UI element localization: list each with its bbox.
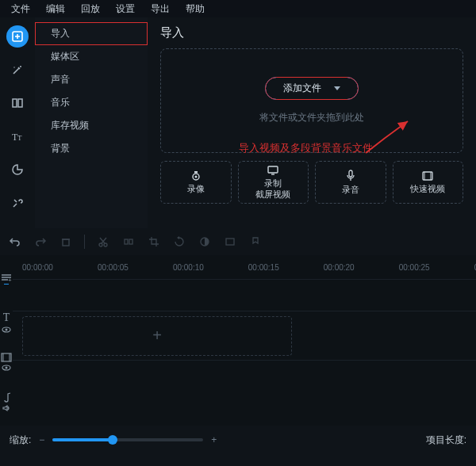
record-audio-label: 录音 [342,185,359,195]
camera-icon [190,170,202,181]
add-track-button[interactable]: + [0,255,13,303]
record-screen-card[interactable]: 录制截屏视频 [238,161,309,204]
svg-point-10 [194,175,197,178]
svg-rect-18 [63,239,69,246]
redo-icon[interactable] [33,235,48,249]
ruler-mark: 00:00:25 [399,263,430,272]
timeline-ruler[interactable]: 00:00:00 00:00:05 00:00:10 00:00:15 00:0… [13,255,476,279]
speaker-icon[interactable] [2,404,11,412]
svg-rect-11 [194,171,198,173]
separator [84,235,85,249]
add-files-button[interactable]: 添加文件 [265,77,359,100]
audio-track-row[interactable] [13,360,476,392]
film-icon [421,170,434,181]
content-title: 导入 [160,25,463,40]
main-area: TT 导入 媒体区 声音 音乐 库存视频 背景 导入 添加文件 将文件或文件夹拖… [0,17,476,228]
svg-point-4 [13,67,14,67]
text-tool-icon[interactable]: TT [6,125,29,147]
menu-help[interactable]: 帮助 [178,1,213,17]
timeline-tracks[interactable]: 00:00:00 00:00:05 00:00:10 00:00:15 00:0… [13,255,476,426]
sidebar-item-background[interactable]: 背景 [35,137,148,160]
video-track-head[interactable] [0,342,13,382]
eye-icon[interactable] [2,326,11,334]
delete-icon[interactable] [59,235,73,249]
action-bar: 录像 录制截屏视频 录音 快速视频 [160,161,463,204]
quick-video-label: 快速视频 [410,184,445,194]
svg-point-20 [99,243,102,246]
crop-icon[interactable] [147,235,161,249]
clip-props-icon[interactable] [223,235,237,249]
content-panel: 导入 添加文件 将文件或文件夹拖到此处 导入视频及多段背景音乐文件 录像 录制截… [148,17,476,228]
sidebar-item-music[interactable]: 音乐 [35,91,148,114]
zoom-out-button[interactable]: − [39,434,44,445]
music-note-icon [2,392,11,403]
drop-hint: 将文件或文件夹拖到此处 [259,111,364,124]
transitions-icon[interactable] [6,92,29,114]
sidebar-item-import[interactable]: 导入 [35,22,148,45]
chevron-down-icon [334,86,340,90]
marker-icon[interactable] [248,235,263,249]
undo-icon[interactable] [8,235,22,249]
media-drop-placeholder[interactable]: + [22,316,292,356]
svg-point-21 [104,243,107,246]
more-tools-icon[interactable] [6,192,29,214]
timeline-area: + T 00:00:00 00:00:05 00:00:10 00:00:15 … [0,255,476,426]
footer: 缩放: − + 项目长度: [0,426,476,454]
quick-video-card[interactable]: 快速视频 [393,161,464,204]
menu-settings[interactable]: 设置 [108,1,143,17]
drop-zone[interactable]: 添加文件 将文件或文件夹拖到此处 [160,48,463,153]
record-screen-label: 录制截屏视频 [255,178,290,199]
record-video-card[interactable]: 录像 [160,161,232,204]
menu-export[interactable]: 导出 [143,1,178,17]
svg-rect-23 [129,239,132,244]
text-track-row[interactable] [13,279,476,311]
menu-playback[interactable]: 回放 [73,1,108,17]
svg-rect-6 [18,99,22,107]
split-icon[interactable] [121,235,136,249]
svg-rect-25 [226,239,234,245]
duration-label: 项目长度: [426,434,466,447]
menu-edit[interactable]: 编辑 [38,1,73,17]
audio-track-head[interactable] [0,382,13,422]
svg-rect-5 [13,99,17,107]
left-rail: TT [0,17,35,228]
sidebar: 导入 媒体区 声音 音乐 库存视频 背景 [35,17,148,228]
sidebar-item-sound[interactable]: 声音 [35,68,148,91]
record-audio-card[interactable]: 录音 [315,161,386,204]
sidebar-item-stock[interactable]: 库存视频 [35,114,148,137]
zoom-slider[interactable] [52,438,203,441]
timeline-toolbar [0,228,476,255]
zoom-thumb[interactable] [108,435,117,445]
text-track-head[interactable]: T [0,303,13,342]
color-adjust-icon[interactable] [198,235,212,249]
cut-icon[interactable] [96,235,110,249]
ruler-mark: 00:00:05 [98,263,129,272]
ruler-mark: 00:00:00 [22,263,53,272]
monitor-icon [267,165,279,176]
rotate-icon[interactable] [172,235,186,249]
svg-point-3 [20,66,21,67]
microphone-icon [345,170,356,182]
zoom-label: 缩放: [10,434,31,447]
menubar: 文件 编辑 回放 设置 导出 帮助 [0,0,476,17]
track-headers: + T [0,255,13,426]
svg-rect-22 [125,239,128,244]
svg-point-36 [6,367,8,369]
sidebar-item-media[interactable]: 媒体区 [35,45,148,68]
stickers-icon[interactable] [6,159,29,181]
ruler-mark: 00:00:20 [324,263,355,272]
svg-rect-12 [268,166,278,173]
svg-text:T: T [17,134,22,142]
eye-icon[interactable] [2,364,11,372]
ruler-mark: 00:00:15 [248,263,279,272]
svg-rect-14 [349,170,352,177]
film-strip-icon [1,353,12,362]
video-track-row[interactable]: + [13,311,476,360]
ruler-mark: 00:00:10 [173,263,204,272]
import-tool-icon[interactable] [6,25,29,48]
zoom-in-button[interactable]: + [211,434,217,445]
svg-text:+: + [8,277,12,281]
menu-file[interactable]: 文件 [3,1,38,17]
record-video-label: 录像 [187,184,205,194]
magic-wand-icon[interactable] [6,59,29,81]
